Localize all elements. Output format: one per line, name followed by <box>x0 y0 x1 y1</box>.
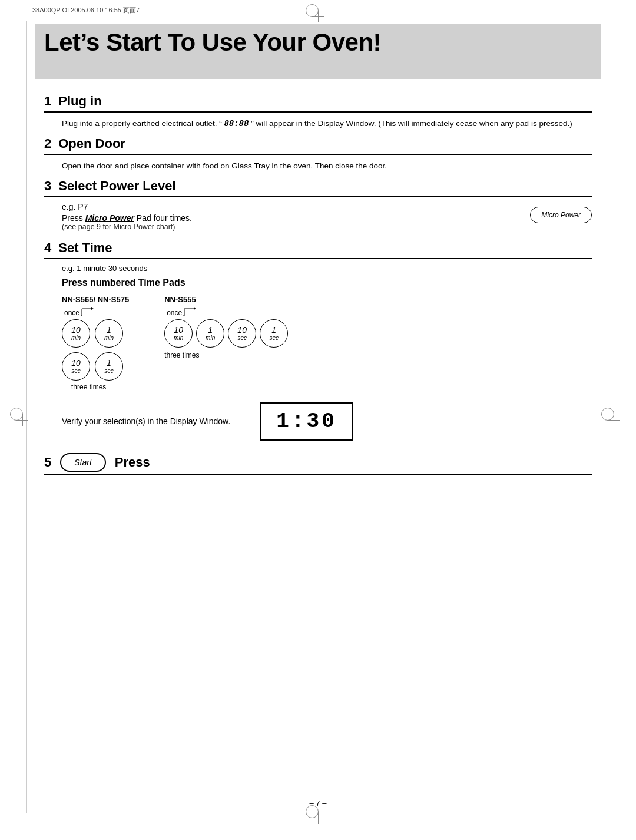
once-label-555: once <box>167 309 182 317</box>
section-3-note: (see page 9 for Micro Power chart) <box>62 223 506 231</box>
footer: – 7 – <box>0 799 636 808</box>
section-3-text-block: e.g. P7 Press Micro Power Pad four times… <box>62 202 506 231</box>
section-1-title: Plug in <box>58 94 101 109</box>
section-5-number: 5 <box>44 455 51 470</box>
three-times-label-555: three times <box>164 351 199 359</box>
section-3: 3 Select Power Level e.g. P7 Press Micro… <box>44 178 592 231</box>
pad-1min-555[interactable]: 1 min <box>196 319 224 348</box>
model-group-565: NN-S565/ NN-S575 once <box>62 295 129 391</box>
model-label-565: NN-S565/ NN-S575 <box>62 295 129 304</box>
section-2-body: Open the door and place container with f… <box>44 160 592 173</box>
pad-10min-top-565[interactable]: 10 min <box>62 319 90 348</box>
display-window: 1:30 <box>260 402 353 441</box>
bottom-pads-565: 10 sec 1 sec <box>62 352 123 381</box>
micro-power-button[interactable]: Micro Power <box>530 207 592 223</box>
model-label-555: NN-S555 <box>164 295 196 304</box>
display-88: 88:88 <box>224 119 249 128</box>
section-2-number: 2 <box>44 136 51 151</box>
section-3-title: Select Power Level <box>58 178 175 194</box>
section-3-body: e.g. P7 Press Micro Power Pad four times… <box>44 202 592 231</box>
crosshair-bottom <box>312 812 324 824</box>
section-2-header: 2 Open Door <box>44 136 592 155</box>
section-5-title: Press <box>115 455 150 470</box>
section-4-body: e.g. 1 minute 30 seconds Press numbered … <box>44 264 592 441</box>
pad-10sec-565[interactable]: 10 sec <box>62 352 90 381</box>
top-pads-565: 10 min 1 min <box>62 319 123 348</box>
footer-text: – 7 – <box>310 799 327 808</box>
section-5-header: 5 Start Press <box>44 453 592 475</box>
meta-text: 38A00QP OI 2005.06.10 16:55 页面7 <box>32 6 140 14</box>
section-4-header: 4 Set Time <box>44 240 592 259</box>
verify-row: Verify your selection(s) in the Display … <box>62 402 592 441</box>
section-2-text: Open the door and place container with f… <box>62 160 580 173</box>
section-3-eg: e.g. P7 <box>62 202 506 211</box>
section-4-title: Set Time <box>58 240 112 256</box>
once-arrow-565 <box>81 307 104 317</box>
main-title: Let’s Start To Use Your Oven! <box>44 28 601 57</box>
pad-10min-555[interactable]: 10 min <box>164 319 193 348</box>
section-4-number: 4 <box>44 240 51 256</box>
model-group-555: NN-S555 once 10 <box>164 295 288 359</box>
crosshair-top <box>312 11 324 22</box>
once-arrow-555 <box>183 307 207 317</box>
pad-10sec-555[interactable]: 10 sec <box>228 319 256 348</box>
section-1-header: 1 Plug in <box>44 94 592 113</box>
crosshair-right <box>608 414 620 426</box>
micro-power-text: Micro Power <box>85 213 134 223</box>
section-2: 2 Open Door Open the door and place cont… <box>44 136 592 173</box>
section-4-eg: e.g. 1 minute 30 seconds <box>62 264 592 273</box>
section-3-number: 3 <box>44 178 51 194</box>
verify-text: Verify your selection(s) in the Display … <box>62 416 230 426</box>
section-5: 5 Start Press <box>44 453 592 475</box>
section-1: 1 Plug in Plug into a properly earthed e… <box>44 94 592 130</box>
press-numbered-title: Press numbered Time Pads <box>62 277 592 288</box>
section-1-number: 1 <box>44 94 51 109</box>
section-2-title: Open Door <box>58 136 125 151</box>
section-1-body: Plug into a properly earthed electrical … <box>44 117 592 130</box>
section-3-header: 3 Select Power Level <box>44 178 592 197</box>
header-meta: 38A00QP OI 2005.06.10 16:55 页面7 <box>32 6 140 15</box>
svg-marker-7 <box>194 307 196 310</box>
crosshair-left <box>16 414 28 426</box>
once-label-565: once <box>64 309 80 317</box>
pad-1sec-555[interactable]: 1 sec <box>260 319 288 348</box>
section-3-instruction: Press Micro Power Pad four times. <box>62 213 506 223</box>
section-1-text: Plug into a properly earthed electrical … <box>62 117 580 130</box>
section-3-button-area: Micro Power <box>530 207 592 223</box>
svg-marker-3 <box>91 307 94 310</box>
start-button[interactable]: Start <box>60 453 106 472</box>
time-pads-layout: NN-S565/ NN-S575 once <box>62 295 592 391</box>
section-4: 4 Set Time e.g. 1 minute 30 seconds Pres… <box>44 240 592 441</box>
pad-1min-top-565[interactable]: 1 min <box>95 319 123 348</box>
pad-1sec-565[interactable]: 1 sec <box>95 352 123 381</box>
three-times-label-565: three times <box>71 383 106 391</box>
pads-555-row: 10 min 1 min 10 sec 1 se <box>164 319 288 348</box>
